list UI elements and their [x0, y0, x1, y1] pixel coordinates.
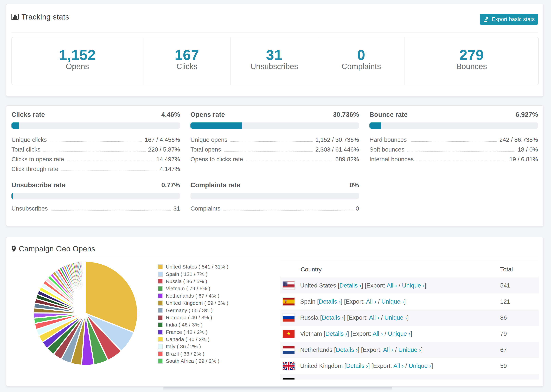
- legend-label: South Africa ( 29 / 2% ): [166, 358, 219, 364]
- details-link[interactable]: Details ›: [319, 298, 341, 305]
- punctuation: /: [393, 346, 398, 353]
- export-all-link[interactable]: All ›: [373, 330, 383, 337]
- legend-label: Netherlands ( 67 / 4% ): [166, 293, 219, 299]
- detail-label: Unique opens: [191, 136, 227, 143]
- legend-item: Brazil ( 33 / 2% ): [158, 350, 228, 357]
- country-total: 67: [500, 346, 539, 353]
- geo-table-header: Country Total: [280, 261, 539, 277]
- stat-unsubscribes: 31 Unsubscribes: [231, 37, 318, 85]
- geo-table-row-germany: Germany [Details ›] [Export: All › / Uni…: [280, 374, 539, 379]
- country-name: Russia: [300, 314, 318, 321]
- export-all-link[interactable]: All ›: [387, 282, 397, 289]
- complaints-label: Complaints: [342, 62, 381, 71]
- export-all-link[interactable]: All ›: [375, 378, 386, 379]
- legend-item: India ( 46 / 3% ): [158, 321, 228, 328]
- detail-value: 2,303 / 61.446%: [315, 146, 359, 153]
- punctuation: ] [Export:: [347, 330, 373, 337]
- clicks-label: Clicks: [177, 62, 198, 71]
- campaign-geo-opens-title-text: Campaign Geo Opens: [19, 245, 95, 253]
- tracking-stats-title: Tracking stats: [11, 13, 69, 21]
- legend-item: United Kingdom ( 59 / 3% ): [158, 300, 228, 307]
- export-unique-link[interactable]: Unique ›: [409, 362, 431, 369]
- complaints-value: 0: [357, 47, 365, 63]
- dotted-leader-line: [407, 151, 515, 152]
- legend-label: Germany ( 55 / 3% ): [166, 308, 213, 313]
- geo-legend: United States ( 541 / 31% ) Spain ( 121 …: [158, 263, 228, 365]
- export-all-link[interactable]: All ›: [366, 298, 376, 305]
- legend-item: Romania ( 49 / 3% ): [158, 314, 228, 321]
- flag-united-kingdom-icon: [283, 362, 295, 370]
- details-link[interactable]: Details ›: [322, 314, 344, 321]
- opens-value: 1,152: [59, 47, 96, 63]
- detail-label: Soft bounces: [369, 146, 404, 153]
- export-unique-link[interactable]: Unique ›: [381, 298, 404, 305]
- opens-rate-title: Opens rate: [191, 111, 225, 119]
- detail-row: Total opens 2,303 / 61.446%: [191, 145, 359, 154]
- legend-swatch: [158, 272, 163, 277]
- legend-item: Germany ( 55 / 3% ): [158, 307, 228, 314]
- export-icon: [483, 16, 489, 22]
- legend-item: United States ( 541 / 31% ): [158, 263, 228, 270]
- dotted-leader-line: [51, 210, 171, 210]
- bounce-rate-title: Bounce rate: [369, 111, 408, 119]
- export-unique-link[interactable]: Unique ›: [391, 378, 413, 379]
- header-divider: [11, 256, 538, 256]
- legend-item: Russia ( 86 / 5% ): [158, 278, 228, 285]
- punctuation: ] [Export:: [368, 362, 393, 369]
- flag-united-states-icon: [283, 281, 295, 289]
- legend-swatch: [158, 344, 163, 349]
- export-all-link[interactable]: All ›: [383, 346, 393, 353]
- legend-swatch: [158, 329, 163, 335]
- details-link[interactable]: Details ›: [346, 362, 368, 369]
- legend-label: India ( 46 / 3% ): [166, 322, 203, 328]
- bounce-rate-value: 6.927%: [516, 111, 538, 119]
- geo-table-row-united-kingdom: United Kingdom [Details ›] [Export: All …: [280, 358, 539, 374]
- export-unique-link[interactable]: Unique ›: [398, 346, 421, 353]
- detail-row: Unique opens 1,152 / 30.736%: [191, 135, 359, 145]
- punctuation: [: [316, 298, 319, 305]
- detail-value: 4.147%: [160, 166, 180, 172]
- dotted-leader-line: [246, 161, 333, 161]
- dotted-leader-line: [224, 210, 353, 210]
- export-basic-stats-button[interactable]: Export basic stats: [480, 14, 538, 25]
- legend-item: Spain ( 121 / 7% ): [158, 270, 228, 278]
- legend-item: Italy ( 36 / 2% ): [158, 343, 228, 350]
- punctuation: ] [Export:: [350, 378, 375, 379]
- flag-russia-icon: [283, 314, 295, 322]
- detail-row: Unsubscribes 31: [11, 203, 180, 213]
- complaints-rate-section: Complaints rate 0% Complaints 0: [191, 181, 359, 213]
- opens-label: Opens: [66, 62, 89, 71]
- details-link[interactable]: Details ›: [328, 378, 350, 379]
- legend-swatch: [158, 279, 163, 284]
- punctuation: ]: [425, 282, 426, 289]
- legend-label: Russia ( 86 / 5% ): [166, 279, 207, 284]
- legend-swatch: [158, 315, 163, 320]
- stat-opens: 1,152 Opens: [12, 37, 143, 85]
- export-all-link[interactable]: All ›: [369, 314, 379, 321]
- export-unique-link[interactable]: Unique ›: [384, 314, 407, 321]
- tracking-stats-title-text: Tracking stats: [21, 13, 69, 21]
- unsubscribe-rate-section: Unsubscribe rate 0.77% Unsubscribes 31: [11, 181, 180, 213]
- details-link[interactable]: Details ›: [325, 330, 347, 337]
- detail-value: 689.82%: [335, 156, 359, 163]
- clicks-rate-value: 4.46%: [161, 111, 180, 119]
- legend-label: Vietnam ( 79 / 5% ): [166, 286, 210, 291]
- export-unique-link[interactable]: Unique ›: [388, 330, 410, 337]
- opens-rate-section: Opens rate 30.736% Unique opens 1,152 / …: [191, 111, 359, 174]
- stat-complaints: 0 Complaints: [318, 37, 405, 85]
- unsubscribe-rate-title: Unsubscribe rate: [11, 181, 65, 189]
- punctuation: [: [318, 314, 322, 321]
- details-link[interactable]: Details ›: [339, 282, 361, 289]
- export-all-link[interactable]: All ›: [393, 362, 404, 369]
- details-link[interactable]: Details ›: [336, 346, 358, 353]
- detail-value: 18 / 0%: [518, 146, 538, 153]
- detail-row: Internal bounces 19 / 6.81%: [369, 154, 538, 164]
- export-unique-link[interactable]: Unique ›: [402, 282, 424, 289]
- punctuation: /: [386, 378, 391, 379]
- detail-row: Opens to clicks rate 689.82%: [191, 154, 359, 164]
- legend-label: United Kingdom ( 59 / 3% ): [166, 300, 228, 306]
- detail-label: Hard bounces: [369, 136, 407, 143]
- detail-row: Click through rate 4.147%: [11, 164, 180, 174]
- punctuation: /: [379, 314, 384, 321]
- detail-label: Total opens: [191, 146, 221, 153]
